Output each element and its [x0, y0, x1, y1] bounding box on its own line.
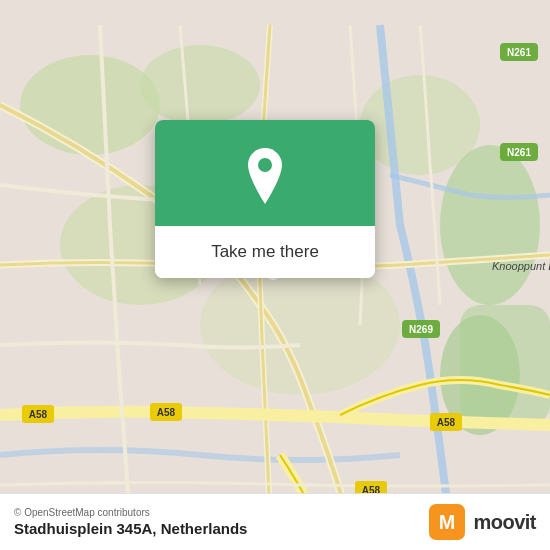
svg-text:A58: A58 — [29, 409, 48, 420]
moovit-logo-icon: M — [429, 504, 465, 540]
location-pin-icon — [241, 148, 289, 204]
osm-credit: © OpenStreetMap contributors — [14, 507, 247, 518]
bottom-left: © OpenStreetMap contributors Stadhuisple… — [14, 507, 247, 537]
svg-text:A58: A58 — [157, 407, 176, 418]
moovit-logo: M moovit — [429, 504, 536, 540]
svg-point-2 — [140, 45, 260, 125]
map-container: N261 N261 N269 A58 A58 A58 A58 Knooppunt… — [0, 0, 550, 550]
popup-header — [155, 120, 375, 226]
svg-text:N261: N261 — [507, 47, 531, 58]
take-me-there-button[interactable]: Take me there — [155, 226, 375, 278]
svg-point-25 — [258, 158, 272, 172]
svg-text:M: M — [439, 511, 455, 533]
svg-point-6 — [440, 145, 540, 305]
popup-card: Take me there — [155, 120, 375, 278]
svg-text:N261: N261 — [507, 147, 531, 158]
bottom-bar: © OpenStreetMap contributors Stadhuisple… — [0, 493, 550, 550]
svg-text:N269: N269 — [409, 324, 433, 335]
svg-text:Knooppunt L: Knooppunt L — [492, 260, 550, 272]
svg-text:A58: A58 — [437, 417, 456, 428]
location-text: Stadhuisplein 345A, Netherlands — [14, 520, 247, 537]
svg-point-1 — [20, 55, 160, 155]
svg-rect-8 — [460, 305, 550, 425]
moovit-brand-text: moovit — [473, 511, 536, 534]
